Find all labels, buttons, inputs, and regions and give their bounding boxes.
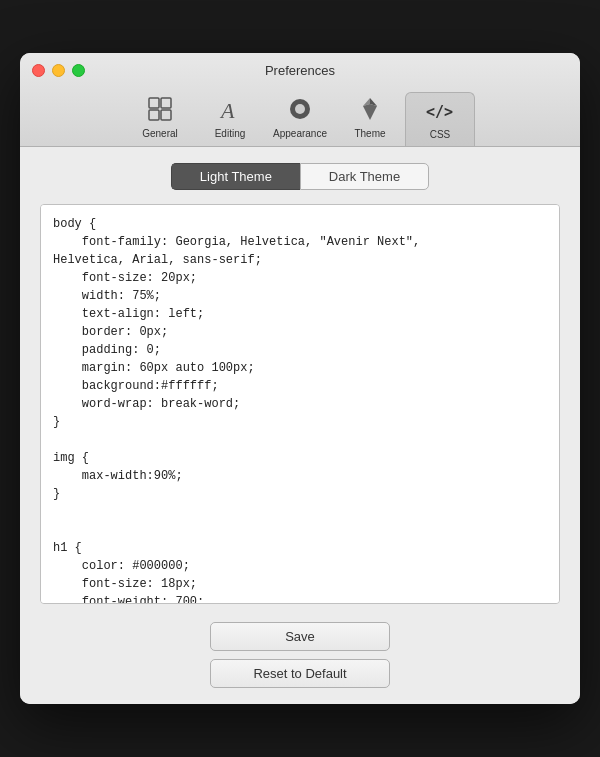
svg-text:A: A <box>219 98 235 122</box>
appearance-icon <box>287 96 313 126</box>
toolbar-item-css[interactable]: </> CSS <box>405 92 475 146</box>
toolbar-item-general[interactable]: General <box>125 92 195 146</box>
svg-rect-2 <box>149 110 159 120</box>
editing-icon: A <box>217 96 243 126</box>
maximize-button[interactable] <box>72 64 85 77</box>
dark-theme-tab[interactable]: Dark Theme <box>300 163 429 190</box>
content-area: Light Theme Dark Theme Save Reset to Def… <box>20 147 580 704</box>
window-controls <box>32 64 85 77</box>
minimize-button[interactable] <box>52 64 65 77</box>
svg-text:</>: </> <box>426 103 453 121</box>
toolbar-item-theme[interactable]: Theme <box>335 92 405 146</box>
theme-label: Theme <box>354 128 385 139</box>
title-bar: Preferences General A <box>20 53 580 147</box>
button-row: Save Reset to Default <box>40 622 560 688</box>
svg-marker-7 <box>363 104 377 120</box>
svg-rect-3 <box>161 110 171 120</box>
appearance-label: Appearance <box>273 128 327 139</box>
theme-tabs: Light Theme Dark Theme <box>40 163 560 190</box>
css-label: CSS <box>430 129 451 140</box>
css-icon: </> <box>425 97 455 127</box>
toolbar: General A Editing Appear <box>20 86 580 146</box>
reset-button[interactable]: Reset to Default <box>210 659 390 688</box>
close-button[interactable] <box>32 64 45 77</box>
svg-rect-0 <box>149 98 159 108</box>
svg-point-6 <box>295 104 305 114</box>
toolbar-item-appearance[interactable]: Appearance <box>265 92 335 146</box>
save-button[interactable]: Save <box>210 622 390 651</box>
window-title: Preferences <box>20 63 580 78</box>
light-theme-tab[interactable]: Light Theme <box>171 163 300 190</box>
general-icon <box>147 96 173 126</box>
theme-icon <box>357 96 383 126</box>
general-label: General <box>142 128 178 139</box>
editing-label: Editing <box>215 128 246 139</box>
preferences-window: Preferences General A <box>20 53 580 704</box>
css-editor[interactable] <box>40 204 560 604</box>
svg-rect-1 <box>161 98 171 108</box>
toolbar-item-editing[interactable]: A Editing <box>195 92 265 146</box>
